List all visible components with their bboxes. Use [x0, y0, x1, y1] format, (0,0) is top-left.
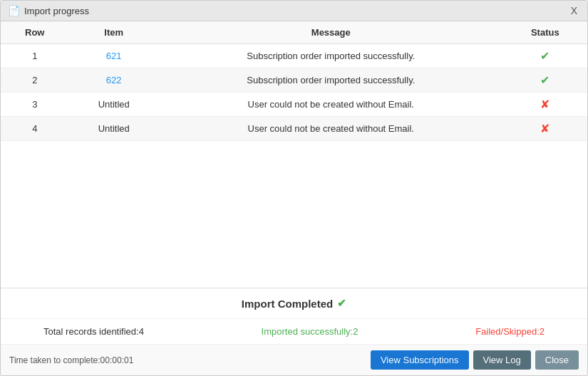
failed-skipped-label: Failed/Skipped:2	[475, 326, 545, 337]
col-header-message: Message	[159, 21, 503, 44]
cell-row-number: 3	[1, 93, 69, 117]
stats-bar: Total records identified:4 Imported succ…	[1, 319, 587, 345]
table-container: Row Item Message Status 1621Subscription…	[1, 21, 587, 288]
cell-item[interactable]: 621	[69, 44, 159, 68]
action-buttons: View Subscriptions View Log Close	[371, 350, 579, 370]
time-taken-label: Time taken to complete:00:00:01	[9, 355, 133, 365]
import-complete-text: Import Completed ✔	[242, 297, 346, 310]
doc-icon: 📄	[8, 5, 20, 16]
table-body: 1621Subscription order imported successf…	[1, 44, 587, 141]
cell-item: Untitled	[69, 117, 159, 141]
import-complete-bar: Import Completed ✔	[1, 288, 587, 319]
table-row: 4UntitledUser could not be created witho…	[1, 117, 587, 141]
cell-status: ✔	[503, 44, 587, 68]
cell-status: ✘	[503, 93, 587, 117]
cell-status: ✔	[503, 68, 587, 93]
bottom-bar: Time taken to complete:00:00:01 View Sub…	[1, 345, 587, 375]
error-icon: ✘	[540, 122, 550, 135]
table-row: 2622Subscription order imported successf…	[1, 68, 587, 93]
item-link[interactable]: 622	[106, 75, 122, 85]
cell-message: Subscription order imported successfully…	[159, 44, 503, 68]
view-log-button[interactable]: View Log	[473, 350, 531, 370]
cell-item: Untitled	[69, 93, 159, 117]
title-bar: 📄 Import progress X	[1, 1, 587, 21]
import-table: Row Item Message Status 1621Subscription…	[1, 21, 587, 141]
col-header-status: Status	[503, 21, 587, 44]
cell-item[interactable]: 622	[69, 68, 159, 93]
import-complete-label: Import Completed	[242, 298, 333, 310]
cell-message: Subscription order imported successfully…	[159, 68, 503, 93]
title-bar-left: 📄 Import progress	[8, 5, 89, 16]
imported-success-label: Imported successfully:2	[262, 326, 359, 337]
cell-row-number: 4	[1, 117, 69, 141]
table-row: 1621Subscription order imported successf…	[1, 44, 587, 68]
cell-row-number: 2	[1, 68, 69, 93]
table-row: 3UntitledUser could not be created witho…	[1, 93, 587, 117]
close-button[interactable]: Close	[535, 350, 579, 370]
dialog-title: Import progress	[24, 6, 89, 16]
footer-section: Import Completed ✔ Total records identif…	[1, 288, 587, 375]
cell-message: User could not be created without Email.	[159, 117, 503, 141]
dialog-close-button[interactable]: X	[568, 6, 580, 16]
item-link[interactable]: 621	[106, 51, 122, 61]
complete-checkmark-icon: ✔	[337, 297, 346, 310]
table-header-row: Row Item Message Status	[1, 21, 587, 44]
view-subscriptions-button[interactable]: View Subscriptions	[371, 350, 469, 370]
import-progress-dialog: 📄 Import progress X Row Item Message Sta…	[0, 0, 588, 376]
col-header-item: Item	[69, 21, 159, 44]
error-icon: ✘	[540, 98, 550, 111]
success-icon: ✔	[540, 73, 550, 87]
success-icon: ✔	[540, 49, 550, 63]
total-records-label: Total records identified:4	[43, 326, 144, 337]
cell-row-number: 1	[1, 44, 69, 68]
col-header-row: Row	[1, 21, 69, 44]
cell-message: User could not be created without Email.	[159, 93, 503, 117]
cell-status: ✘	[503, 117, 587, 141]
